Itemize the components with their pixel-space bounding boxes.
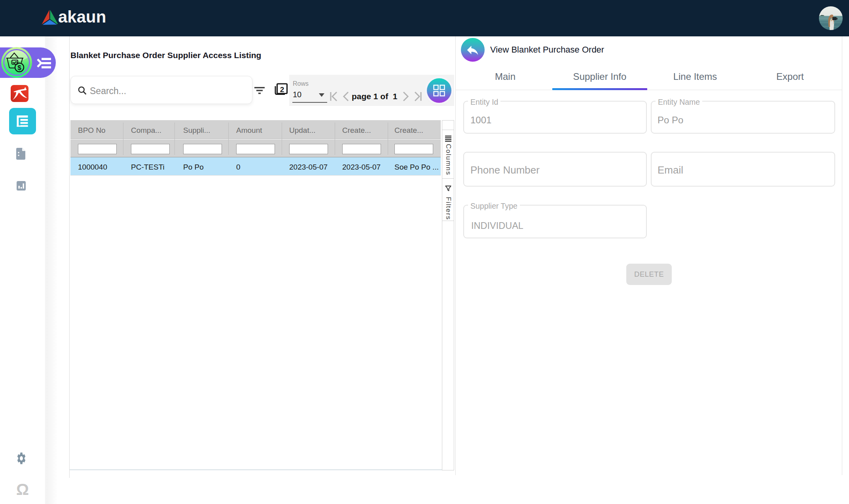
svg-text:2: 2 [280,85,284,94]
svg-text:$: $ [17,64,21,72]
